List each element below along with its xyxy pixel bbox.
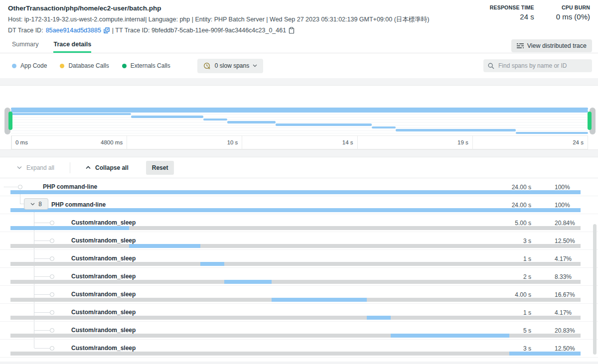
span-node-circle[interactable] <box>50 292 54 297</box>
span-node-circle[interactable] <box>50 239 54 243</box>
span-name: Custom/random_sleep <box>71 309 136 316</box>
minimap-span-bar <box>11 113 131 116</box>
minimap-left-range-handle[interactable] <box>8 112 12 130</box>
trace-span-row[interactable]: Custom/random_sleep 2 s 8.33% <box>0 268 598 286</box>
span-duration: 24.00 s <box>512 202 531 209</box>
timeline-axis: 0 ms 4800 ms 10 s 14 s 19 s 24 s <box>11 135 588 149</box>
span-percent: 4.17% <box>555 309 572 316</box>
trace-span-row[interactable]: 8 PHP command-line 24.00 s 100% <box>0 196 598 214</box>
span-duration: 1 s <box>523 255 531 262</box>
cpu-burn-value: 0 ms (0%) <box>556 12 590 21</box>
minimap-span-bar <box>203 119 227 121</box>
trace-span-row[interactable]: Custom/random_sleep 3 s 12.50% <box>0 232 598 250</box>
span-node-circle[interactable] <box>50 346 54 351</box>
span-bar-track <box>10 208 581 212</box>
child-count: 8 <box>38 201 42 208</box>
waterfall-controls: Expand all Collapse all Reset <box>0 157 598 178</box>
span-node-circle[interactable] <box>50 328 54 333</box>
collapse-count-badge[interactable]: 8 <box>24 198 48 210</box>
span-bar-track <box>10 298 581 302</box>
span-name: Custom/random_sleep <box>71 219 136 226</box>
minimap-span-bar <box>11 108 588 110</box>
waterfall-card: Expand all Collapse all Reset PHP comman… <box>0 157 598 362</box>
span-bar-fill <box>367 316 391 320</box>
legend-item: Database Calls <box>60 62 109 69</box>
span-bar-track <box>10 352 581 356</box>
reset-button[interactable]: Reset <box>146 161 174 175</box>
trace-span-row[interactable]: Custom/random_sleep 3 s 12.50% <box>0 340 598 358</box>
span-node-circle[interactable] <box>50 256 54 261</box>
tab-summary[interactable]: Summary <box>12 41 38 53</box>
axis-cell: 19 s <box>357 136 472 149</box>
axis-zero-label: 0 ms <box>15 139 28 145</box>
search-icon <box>488 63 494 69</box>
vertical-scrollbar[interactable] <box>593 224 597 355</box>
minimap-right-range-handle[interactable] <box>588 112 592 130</box>
external-link-icon[interactable] <box>104 27 110 33</box>
response-time-value: 24 s <box>490 12 534 21</box>
tt-trace-label: | TT Trace ID: 9bfeddb7-5cab-11ee-909f-9… <box>112 27 286 34</box>
span-node-circle[interactable] <box>18 185 22 189</box>
response-time-metric: RESPONSE TIME 24 s <box>490 4 534 21</box>
spacer <box>0 78 598 85</box>
span-duration: 3 s <box>523 238 531 244</box>
timeline-minimap-card: 0 ms 4800 ms 10 s 14 s 19 s 24 s <box>0 85 598 150</box>
view-distributed-trace-button[interactable]: View distributed trace <box>511 39 592 52</box>
legend-color-dot <box>12 64 16 68</box>
axis-cell: 10 s <box>127 136 242 149</box>
span-name: PHP command-line <box>43 183 97 190</box>
clock-x-icon <box>203 62 211 70</box>
axis-cell: 14 s <box>242 136 357 149</box>
trace-id-line: DT Trace ID: 85aee914ad5d3885 | TT Trace… <box>8 27 590 34</box>
span-bar-fill <box>509 352 581 356</box>
span-name: Custom/random_sleep <box>71 291 136 298</box>
trace-span-row[interactable]: Custom/random_sleep 1 s 4.17% <box>0 250 598 268</box>
span-name: Custom/random_sleep <box>71 273 136 280</box>
trace-span-row[interactable]: Custom/random_sleep 1 s 4.17% <box>0 304 598 322</box>
minimap-top-space <box>0 86 598 107</box>
span-percent: 100% <box>555 202 570 209</box>
tab-trace-details[interactable]: Trace details <box>53 41 91 53</box>
axis-cell: 24 s <box>472 136 588 149</box>
search-input[interactable] <box>497 62 588 70</box>
span-node-circle[interactable] <box>50 310 54 315</box>
minimap <box>11 107 588 135</box>
trace-span-row[interactable]: Custom/random_sleep 5.00 s 20.84% <box>0 214 598 232</box>
axis-tick-label: 24 s <box>573 139 584 145</box>
distributed-trace-icon <box>517 43 524 49</box>
span-bar-fill <box>10 226 129 230</box>
spacer <box>0 150 598 157</box>
minimap-span-bar <box>372 126 396 129</box>
slow-spans-dropdown[interactable]: 0 slow spans <box>197 59 263 73</box>
span-bar-fill <box>10 190 581 194</box>
span-duration: 1 s <box>523 309 531 316</box>
span-percent: 100% <box>555 184 570 191</box>
copy-clipboard-icon[interactable] <box>289 27 295 34</box>
legend-label: Externals Calls <box>131 62 170 69</box>
span-duration: 4.00 s <box>515 291 531 298</box>
span-node-circle[interactable] <box>50 221 54 225</box>
cpu-burn-metric: CPU BURN 0 ms (0%) <box>556 4 590 21</box>
span-bar-fill <box>272 298 367 302</box>
span-node-circle[interactable] <box>50 274 54 279</box>
dt-trace-link[interactable]: 85aee914ad5d3885 <box>46 27 101 34</box>
minimap-span-bar <box>276 123 372 126</box>
span-bar-track <box>10 280 581 284</box>
span-duration: 2 s <box>523 273 531 280</box>
span-percent: 16.67% <box>555 291 575 298</box>
collapse-all-button[interactable]: Collapse all <box>83 164 132 172</box>
span-search <box>483 59 592 72</box>
trace-span-row[interactable]: Custom/random_sleep 5 s 20.83% <box>0 322 598 340</box>
span-name: Custom/random_sleep <box>71 327 136 334</box>
minimap-span-bar <box>227 121 275 123</box>
span-percent: 20.84% <box>555 220 575 227</box>
legend-color-dot <box>60 64 64 68</box>
span-bar-fill <box>391 334 509 338</box>
trace-span-row[interactable]: Custom/random_sleep 4.00 s 16.67% <box>0 286 598 304</box>
span-percent: 4.17% <box>555 255 572 262</box>
trace-span-row[interactable]: PHP command-line 24.00 s 100% <box>0 178 598 196</box>
span-bar-track <box>10 226 581 230</box>
span-percent: 8.33% <box>555 273 572 280</box>
expand-all-button[interactable]: Expand all <box>14 164 57 172</box>
span-bar-fill <box>10 208 581 212</box>
